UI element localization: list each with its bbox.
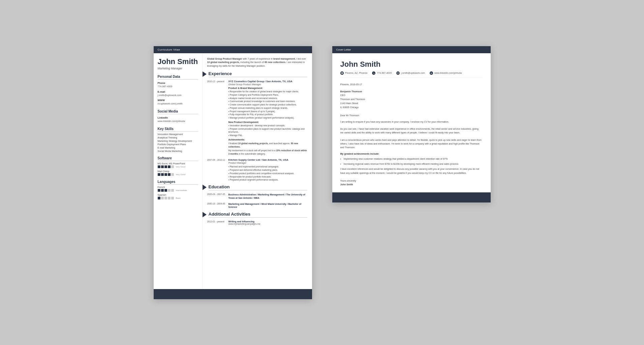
cv-header-bar: Curriculum Vitae <box>154 46 312 53</box>
cv-name: John Smith <box>158 57 198 66</box>
lang-2-rating: Basic <box>158 197 198 199</box>
rating-dot <box>158 197 160 199</box>
cv-right-column: Global Group Product Manager with 7 year… <box>203 53 312 289</box>
act-1-url: www.mymarketingcampaigns.me <box>228 223 307 225</box>
cl-document: Cover Letter John Smith Phoenix, AZ, Pho… <box>332 46 491 202</box>
exp-1-section3: Achievements: <box>228 138 307 141</box>
cl-contact-phone: 774-987-4009 <box>372 71 392 75</box>
phone-value: 774-987-4009 <box>158 85 198 88</box>
skill-4: Portfolio Deployment Plans <box>158 143 198 146</box>
rating-dot <box>161 173 164 176</box>
skill-6: Social Media Marketing <box>158 150 198 152</box>
cl-paragraph-2: As you can see, I have had extensive vac… <box>340 127 483 134</box>
exp-2-date: 2007-09 - 2010-11 <box>207 158 226 182</box>
exp-1-bullets2: • Innovation development - develop new p… <box>228 124 307 137</box>
exp-1-achievements: I finalized 10 global marketing projects… <box>228 142 307 156</box>
cl-achievement-1: Implementing new customer relations stra… <box>340 157 483 161</box>
rating-dot <box>171 165 174 168</box>
cl-contact-row: Phoenix, AZ, Phoenix 774-987-4009 j.smit… <box>340 71 483 78</box>
experience-section-title: Experience <box>207 71 307 77</box>
exp-1-section2: New Product Development: <box>228 121 307 123</box>
personal-data-heading: Personal Data <box>158 75 198 80</box>
software-2: Mail Chimp Very Good <box>158 170 198 176</box>
edu-2-content: Marketing and Management / West Miami Un… <box>228 202 307 209</box>
edu-1-date: 2005-09 - 2007-05 <box>207 193 226 200</box>
edu-1-title: Business Administration / Marketing Mana… <box>228 193 307 200</box>
exp-2-content: Kitchen Supply Center Ltd / San Antonio,… <box>228 158 307 182</box>
linkedin-value: www.linkedin.com/johnutw <box>158 120 198 123</box>
cl-signature: John Smith <box>340 183 483 186</box>
rating-dot <box>168 197 171 199</box>
cl-paragraph-3: I am a conscientious person who works ha… <box>340 138 483 150</box>
social-media-heading: Social Media <box>158 109 198 114</box>
activities-title: Additional Activities <box>209 212 307 218</box>
rating-dot <box>164 197 167 199</box>
rating-dot <box>161 165 164 168</box>
email-value: j.smith@uptowork.com <box>158 94 198 97</box>
software-heading: Software <box>158 156 198 161</box>
cl-closing-paragraph: I have excellent references and would be… <box>340 167 483 175</box>
cv-document: Curriculum Vitae John Smith Marketing Ma… <box>154 46 312 299</box>
exp-2-bullets: • Planned and implemented promotional ca… <box>228 165 307 182</box>
skill-3: Marketing Strategy Development <box>158 140 198 142</box>
phone-icon <box>372 71 375 75</box>
rating-dot <box>168 189 171 192</box>
rating-dot <box>171 173 174 176</box>
act-entry-1: 2012-01 - present Writing and Influencin… <box>207 220 307 225</box>
software-2-rating: Very Good <box>158 173 198 176</box>
edu-1-content: Business Administration / Marketing Mana… <box>228 193 307 200</box>
rating-dot <box>161 189 164 192</box>
software-2-name: Mail Chimp <box>158 170 198 172</box>
recipient-address2: IL 60605 Chicago <box>340 106 359 108</box>
activities-arrow <box>203 212 207 217</box>
cl-name: John Smith <box>340 60 483 69</box>
lang-2-name: Spanish <box>158 194 198 196</box>
cl-achievement-2: Increasing regional sales revenue from $… <box>340 162 483 166</box>
experience-entry-2: 2007-09 - 2010-11 Kitchen Supply Center … <box>207 158 307 182</box>
exp-2-company: Kitchen Supply Center Ltd / San Antonio,… <box>228 158 307 161</box>
lang-2: Spanish Basic <box>158 194 198 199</box>
software-1: MS Excel, MS PowerPoint Very Good <box>158 162 198 168</box>
lang-1-label: Intermediate <box>176 189 187 191</box>
lang-1: French Intermediate <box>158 186 198 192</box>
recipient-name: Benjamin Thomson <box>340 90 362 93</box>
lang-1-name: French <box>158 186 198 188</box>
rating-dot <box>164 189 167 192</box>
www-value: cv.uptowork.com/j.smith <box>158 102 198 105</box>
documents-container: Curriculum Vitae John Smith Marketing Ma… <box>154 46 491 299</box>
cl-achievements-heading: My greatest achievements include: <box>340 153 483 155</box>
contact-email-text: j.smith@uptowork.com <box>401 72 425 74</box>
software-2-label: Very Good <box>176 174 185 176</box>
education-section-title: Education <box>207 184 307 190</box>
linkedin-icon: in <box>430 71 433 75</box>
rating-dot <box>158 189 160 192</box>
cl-salutation: Dear Mr Thomson <box>340 114 483 117</box>
cv-body: John Smith Marketing Manager Personal Da… <box>154 53 312 289</box>
lang-2-label: Basic <box>176 197 181 199</box>
cl-contact-location: Phoenix, AZ, Phoenix <box>340 71 368 75</box>
education-arrow <box>203 185 207 190</box>
recipient-title: CEO <box>340 94 345 96</box>
cv-job-title: Marketing Manager <box>158 67 198 70</box>
edu-entry-2: 2000-10 - 2004-05 Marketing and Manageme… <box>207 202 307 209</box>
phone-label: Phone <box>158 82 198 85</box>
email-label: E-mail <box>158 90 198 93</box>
email-icon <box>396 71 400 75</box>
rating-dot <box>164 165 167 168</box>
experience-arrow <box>203 71 207 77</box>
software-1-rating: Very Good <box>158 165 198 168</box>
exp-1-role: Global Group Product Manager <box>228 83 307 86</box>
exp-1-section1: Product & Brand Management: <box>228 87 307 89</box>
cl-date: Phoenix, 2016-05-17 <box>340 83 483 86</box>
rating-dot <box>168 173 171 176</box>
cl-recipient: Benjamin Thomson CEO Thomson and Thomson… <box>340 90 483 109</box>
contact-linkedin-text: www.linkedin.com/johnutw <box>434 72 462 74</box>
key-skills-heading: Key Skills <box>158 127 198 132</box>
cl-footer <box>332 192 491 202</box>
skill-5: E-mail Marketing <box>158 147 198 149</box>
contact-phone-text: 774-987-4009 <box>377 72 392 74</box>
cv-footer <box>154 289 312 299</box>
rating-dot <box>158 173 160 176</box>
cv-left-column: John Smith Marketing Manager Personal Da… <box>154 53 203 289</box>
experience-entry-1: 2010-12 - present XYZ Cosmetics Capital … <box>207 80 307 156</box>
